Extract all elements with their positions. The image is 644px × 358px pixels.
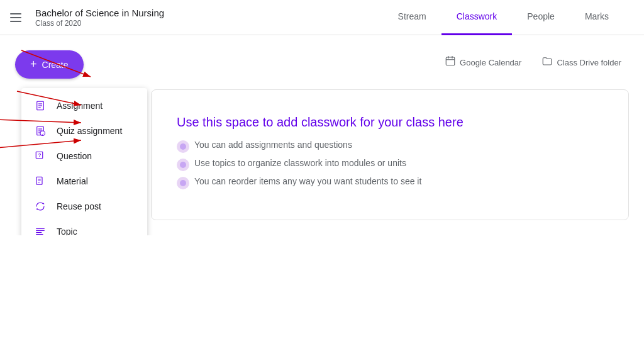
tab-marks[interactable]: Marks bbox=[570, 0, 624, 35]
dropdown-item-assignment-label: Assignment bbox=[57, 101, 103, 111]
main-content: 1 + Create 2 3 4 bbox=[0, 35, 644, 235]
classwork-card: Use this space to add classwork for your… bbox=[151, 89, 629, 220]
dropdown-item-reuse[interactable]: Reuse post bbox=[21, 194, 147, 219]
card-hint-1: You can add assignments and questions bbox=[177, 140, 603, 153]
dropdown-item-material[interactable]: Material bbox=[21, 169, 147, 194]
class-info: Bachelor of Science in Nursing Class of … bbox=[35, 7, 383, 28]
toolbar-row: Google Calendar Class Drive folder bbox=[151, 50, 629, 74]
reuse-icon bbox=[34, 200, 47, 213]
svg-point-32 bbox=[180, 162, 186, 168]
svg-point-33 bbox=[180, 180, 186, 186]
assignment-icon bbox=[34, 99, 47, 112]
create-button-label: Create bbox=[42, 60, 69, 70]
hint-icon-2 bbox=[177, 159, 189, 171]
card-hint-3: You can reorder items any way you want s… bbox=[177, 176, 603, 189]
svg-text:?: ? bbox=[38, 152, 42, 158]
tab-people[interactable]: People bbox=[512, 0, 570, 35]
svg-text:✓: ✓ bbox=[42, 132, 44, 136]
svg-marker-17 bbox=[36, 209, 37, 210]
tab-stream[interactable]: Stream bbox=[383, 0, 441, 35]
material-icon bbox=[34, 175, 47, 187]
card-hint-2: Use topics to organize classwork into mo… bbox=[177, 158, 603, 171]
quiz-icon: ✓ bbox=[34, 125, 47, 137]
menu-icon[interactable] bbox=[10, 10, 25, 25]
class-title: Bachelor of Science in Nursing bbox=[35, 7, 383, 20]
right-panel: Google Calendar Class Drive folder Use t… bbox=[151, 50, 629, 220]
plus-icon: + bbox=[30, 58, 37, 71]
dropdown-item-reuse-label: Reuse post bbox=[57, 201, 101, 211]
google-calendar-button[interactable]: Google Calendar bbox=[437, 50, 529, 74]
dropdown-item-question-label: Question bbox=[57, 151, 92, 161]
topic-icon bbox=[34, 225, 47, 235]
dropdown-item-quiz-label: Quiz assignment bbox=[57, 126, 122, 136]
dropdown-item-question[interactable]: ? Question bbox=[21, 143, 147, 169]
create-button[interactable]: + Create bbox=[15, 50, 84, 79]
svg-marker-16 bbox=[43, 203, 45, 204]
dropdown-item-assignment[interactable]: Assignment bbox=[21, 93, 147, 118]
calendar-icon bbox=[445, 55, 456, 69]
tab-classwork[interactable]: Classwork bbox=[441, 0, 513, 35]
dropdown-menu: 2 3 4 Assignment bbox=[21, 88, 147, 235]
dropdown-item-material-label: Material bbox=[57, 176, 88, 186]
drive-button-label: Class Drive folder bbox=[557, 58, 621, 67]
svg-rect-27 bbox=[446, 57, 455, 65]
card-title: Use this space to add classwork for your… bbox=[177, 115, 603, 130]
hint-icon-1 bbox=[177, 140, 189, 153]
class-subtitle: Class of 2020 bbox=[35, 19, 383, 28]
dropdown-item-quiz[interactable]: ✓ Quiz assignment bbox=[21, 118, 147, 143]
class-drive-button[interactable]: Class Drive folder bbox=[534, 50, 629, 74]
calendar-button-label: Google Calendar bbox=[460, 58, 521, 67]
dropdown-item-topic[interactable]: Topic bbox=[21, 219, 147, 235]
left-panel: 1 + Create 2 3 4 bbox=[15, 50, 141, 220]
svg-point-31 bbox=[180, 143, 186, 150]
dropdown-item-topic-label: Topic bbox=[57, 227, 77, 235]
question-icon: ? bbox=[34, 150, 47, 162]
nav-tabs: Stream Classwork People Marks bbox=[383, 0, 624, 35]
header: Bachelor of Science in Nursing Class of … bbox=[0, 0, 644, 35]
hint-icon-3 bbox=[177, 177, 189, 189]
folder-icon bbox=[541, 55, 553, 69]
